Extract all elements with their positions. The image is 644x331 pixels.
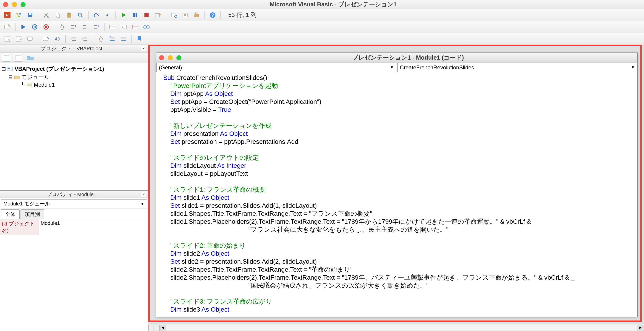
svg-rect-16	[136, 13, 137, 17]
scroll-right-icon[interactable]: ►	[637, 324, 644, 331]
outdent-icon[interactable]	[80, 34, 90, 43]
tree-folder-modules[interactable]: ⊟ モジュール	[1, 73, 146, 81]
properties-tab-categorized[interactable]: 項目別	[20, 209, 44, 219]
svg-rect-10	[57, 14, 60, 18]
properties-panel: プロパティ - Module1 × Module1 モジュール ▼ 全体 項目別…	[0, 190, 148, 331]
save-icon[interactable]	[25, 10, 35, 20]
svg-line-14	[81, 16, 82, 17]
folder-icon	[14, 74, 20, 80]
comment-block-icon[interactable]	[107, 34, 117, 43]
toolbox-icon[interactable]	[192, 10, 202, 20]
svg-point-22	[184, 14, 186, 16]
step-into-icon[interactable]	[68, 22, 78, 32]
redo-icon[interactable]	[103, 10, 113, 20]
complete-word-icon[interactable]: A	[52, 34, 62, 43]
svg-rect-28	[34, 26, 34, 28]
tree-root[interactable]: ⊟ VBAProject (プレゼンテーション1)	[1, 65, 146, 73]
svg-point-2	[16, 13, 18, 14]
toggle-breakpoint-icon[interactable]	[96, 34, 106, 43]
design-mode-icon[interactable]	[153, 10, 163, 20]
toolbar-debug: >_	[0, 21, 644, 33]
stop-icon[interactable]	[142, 10, 152, 20]
property-row[interactable]: (オブジェクト名) Module1	[0, 219, 148, 235]
references-icon[interactable]	[169, 10, 179, 20]
zoom-window-button[interactable]	[176, 55, 182, 60]
tree-item-module1[interactable]: └ Module1	[1, 81, 146, 88]
svg-rect-23	[194, 14, 199, 17]
minimize-window-button[interactable]	[168, 55, 173, 60]
indent-icon[interactable]	[68, 34, 78, 43]
list-constants-icon[interactable]	[14, 34, 24, 43]
uncomment-block-icon[interactable]	[119, 34, 129, 43]
project-panel-title: プロジェクト - VBAProject ×	[0, 45, 148, 52]
watch-window-icon[interactable]	[130, 22, 140, 32]
toolbar-edit: A	[0, 33, 644, 45]
svg-rect-40	[5, 36, 10, 41]
svg-text:P: P	[6, 13, 9, 17]
quick-info-icon[interactable]	[25, 34, 35, 43]
svg-rect-6	[29, 13, 32, 14]
find-icon[interactable]	[75, 10, 85, 20]
view-object-icon[interactable]	[14, 54, 23, 62]
list-properties-icon[interactable]	[2, 34, 12, 43]
cursor-position: 53 行, 1 列	[228, 11, 256, 19]
svg-rect-45	[4, 56, 9, 60]
parameter-info-icon[interactable]	[41, 34, 51, 43]
project-wizard-icon[interactable]	[14, 10, 24, 20]
svg-rect-26	[4, 25, 9, 29]
code-window-title: プレゼンテーション1 - Module1 (コード)	[182, 54, 635, 62]
properties-grid[interactable]: (オブジェクト名) Module1	[0, 219, 148, 235]
bookmark-icon[interactable]	[135, 34, 145, 43]
window-titlebar: Microsoft Visual Basic - プレゼンテーション1	[0, 0, 644, 9]
run-icon[interactable]	[119, 10, 129, 20]
folder-icon[interactable]	[26, 54, 35, 62]
scroll-left-icon[interactable]: ◄	[159, 324, 166, 331]
pause-icon[interactable]	[130, 10, 140, 20]
procedure-dropdown[interactable]: CreateFrenchRevolutionSlides▼	[397, 63, 638, 72]
step-over-icon[interactable]	[80, 22, 90, 32]
minimize-window-button[interactable]	[12, 2, 17, 7]
project-tree[interactable]: ⊟ VBAProject (プレゼンテーション1) ⊟ モジュール └ Modu…	[0, 63, 148, 190]
locals-window-icon[interactable]	[107, 22, 117, 32]
macros-icon[interactable]	[180, 10, 190, 20]
reset-icon[interactable]	[41, 22, 51, 32]
project-panel-toolbar	[0, 52, 148, 63]
object-dropdown[interactable]: (General)▼	[156, 63, 396, 72]
module-icon	[26, 82, 32, 88]
svg-rect-47	[16, 56, 21, 60]
zoom-window-button[interactable]	[20, 2, 26, 7]
close-window-button[interactable]	[3, 2, 8, 7]
cut-icon[interactable]	[41, 10, 51, 20]
paste-icon[interactable]	[64, 10, 74, 20]
step-out-icon[interactable]	[91, 22, 101, 32]
svg-text:>_: >_	[122, 26, 125, 29]
close-panel-icon[interactable]: ×	[141, 192, 146, 197]
svg-rect-19	[172, 13, 176, 17]
powerpoint-icon[interactable]: P	[2, 10, 12, 20]
svg-rect-50	[27, 83, 32, 87]
compile-icon[interactable]	[2, 22, 12, 32]
copy-icon[interactable]	[52, 10, 62, 20]
properties-object-selector[interactable]: Module1 モジュール ▼	[1, 199, 147, 208]
horizontal-scrollbar[interactable]: ◄ ►	[148, 324, 644, 331]
toolbar-main: P ? 53 行, 1 列	[0, 9, 644, 21]
properties-panel-title: プロパティ - Module1	[2, 191, 141, 198]
run-sub-icon[interactable]	[18, 22, 28, 32]
hand-icon[interactable]	[57, 22, 67, 32]
close-panel-icon[interactable]: ×	[141, 46, 146, 51]
break-icon[interactable]	[30, 22, 40, 32]
svg-rect-15	[133, 13, 135, 17]
view-code-icon[interactable]	[2, 54, 11, 62]
svg-rect-41	[16, 36, 21, 41]
code-editor[interactable]: Sub CreateFrenchRevolutionSlides() ' Pow…	[156, 72, 638, 317]
close-window-button[interactable]	[159, 55, 164, 60]
quick-watch-icon[interactable]	[142, 22, 152, 32]
properties-tab-all[interactable]: 全体	[1, 209, 20, 219]
window-title: Microsoft Visual Basic - プレゼンテーション1	[26, 0, 641, 8]
immediate-window-icon[interactable]: >_	[119, 22, 129, 32]
proc-view-icon[interactable]	[148, 324, 154, 331]
svg-rect-49	[8, 68, 10, 69]
undo-icon[interactable]	[91, 10, 101, 20]
full-module-view-icon[interactable]	[154, 324, 159, 331]
help-icon[interactable]: ?	[208, 10, 218, 20]
